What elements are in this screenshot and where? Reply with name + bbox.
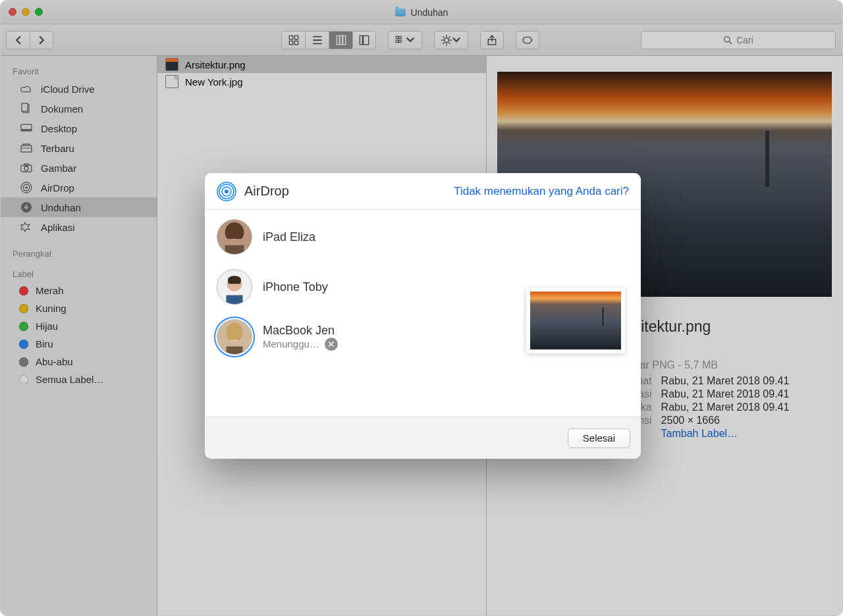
- airdrop-footer: Selesai: [205, 417, 641, 459]
- recipient-name: iPad Eliza: [263, 230, 315, 244]
- avatar: [217, 319, 252, 355]
- recipient[interactable]: iPad Eliza: [217, 219, 338, 255]
- airdrop-sheet: AirDrop Tidak menemukan yang Anda cari? …: [205, 173, 641, 459]
- svg-rect-40: [226, 346, 242, 354]
- airdrop-title: AirDrop: [244, 184, 289, 199]
- airdrop-body: iPad Eliza iPhone Toby M: [205, 210, 641, 417]
- recipient-name: iPhone Toby: [263, 280, 328, 294]
- recipient[interactable]: MacBook Jen Menunggu… ✕: [217, 319, 338, 355]
- airdrop-header: AirDrop Tidak menemukan yang Anda cari?: [205, 173, 641, 210]
- recipient[interactable]: iPhone Toby: [217, 269, 338, 305]
- finder-window: Unduhan: [0, 0, 843, 616]
- svg-rect-37: [226, 295, 242, 304]
- cancel-transfer-button[interactable]: ✕: [325, 338, 338, 351]
- svg-rect-34: [225, 245, 244, 254]
- recipient-status: Menunggu…: [263, 338, 319, 349]
- airdrop-icon: [217, 182, 236, 201]
- avatar: [217, 269, 252, 305]
- svg-point-28: [225, 190, 229, 193]
- done-button[interactable]: Selesai: [568, 428, 630, 448]
- avatar: [217, 219, 252, 255]
- thumb-image: [530, 292, 621, 349]
- airdrop-help-link[interactable]: Tidak menemukan yang Anda cari?: [454, 185, 629, 198]
- share-preview-thumb: [526, 288, 625, 353]
- recipient-name: MacBook Jen: [263, 324, 338, 338]
- recipient-list: iPad Eliza iPhone Toby M: [217, 219, 338, 407]
